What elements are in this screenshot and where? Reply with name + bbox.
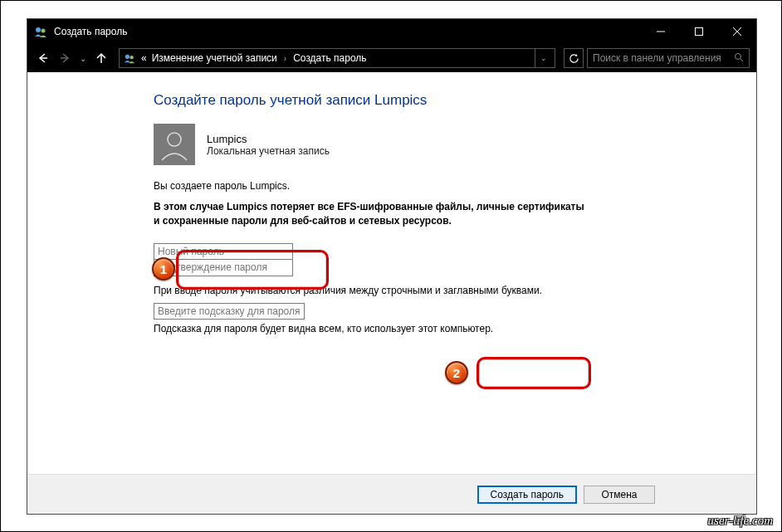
- watermark: user-life.com: [708, 514, 773, 528]
- breadcrumb-level1[interactable]: Изменение учетной записи: [152, 52, 277, 64]
- footer-bar: Создать пароль Отмена: [27, 474, 756, 514]
- search-placeholder: Поиск в панели управления: [593, 52, 734, 64]
- case-sensitivity-note: При вводе пароля учитываются различия ме…: [154, 285, 736, 296]
- avatar: [154, 124, 195, 165]
- user-accounts-icon: [123, 51, 136, 65]
- placeholder-text: Новый пароль: [158, 246, 224, 257]
- placeholder-text: Введите подсказку для пароля: [158, 305, 301, 317]
- close-button[interactable]: [718, 19, 756, 44]
- breadcrumb-overflow[interactable]: «: [141, 52, 147, 64]
- password-hint-input[interactable]: Введите подсказку для пароля: [154, 303, 305, 320]
- hint-visibility-note: Подсказка для пароля будет видна всем, к…: [154, 323, 736, 334]
- window-title: Создать пароль: [54, 26, 127, 37]
- svg-rect-13: [154, 124, 195, 165]
- search-icon: [734, 52, 744, 65]
- refresh-button[interactable]: [564, 48, 584, 68]
- description-line: Вы создаете пароль Lumpics.: [154, 180, 736, 192]
- user-block: Lumpics Локальная учетная запись: [154, 124, 736, 165]
- content-area: Создайте пароль учетной записи Lumpics L…: [27, 72, 756, 474]
- back-button[interactable]: [34, 49, 52, 67]
- warning-text: В этом случае Lumpics потеряет все EFS-ш…: [154, 200, 585, 228]
- button-label: Создать пароль: [491, 489, 564, 500]
- svg-rect-3: [696, 28, 703, 36]
- search-input[interactable]: Поиск в панели управления: [587, 48, 750, 68]
- button-label: Отмена: [601, 489, 637, 500]
- new-password-input[interactable]: Новый пароль: [154, 243, 293, 260]
- placeholder-text: Подтверждение пароля: [158, 261, 267, 273]
- create-password-button[interactable]: Создать пароль: [477, 486, 577, 504]
- titlebar: Создать пароль: [27, 19, 756, 44]
- control-panel-window: Создать пароль ⌄: [27, 18, 757, 515]
- svg-point-1: [42, 29, 46, 33]
- up-button[interactable]: [92, 49, 110, 67]
- password-input-group: Новый пароль Подтверждение пароля: [154, 243, 293, 276]
- svg-line-12: [740, 59, 743, 61]
- address-dropdown[interactable]: ⌄: [535, 48, 551, 68]
- user-name: Lumpics: [207, 133, 330, 145]
- forward-button[interactable]: [56, 49, 74, 67]
- recent-locations-dropdown[interactable]: ⌄: [77, 54, 89, 63]
- page-heading: Создайте пароль учетной записи Lumpics: [154, 92, 736, 109]
- svg-point-0: [36, 27, 41, 32]
- maximize-button[interactable]: [680, 19, 718, 44]
- chevron-right-icon: ›: [282, 54, 288, 63]
- user-type: Локальная учетная запись: [207, 145, 330, 157]
- svg-point-10: [130, 56, 133, 59]
- svg-point-9: [125, 55, 130, 59]
- navbar: ⌄ « Изменение учетной записи › Создать п…: [27, 44, 756, 72]
- minimize-button[interactable]: [642, 19, 680, 44]
- address-bar[interactable]: « Изменение учетной записи › Создать пар…: [119, 48, 555, 68]
- confirm-password-input[interactable]: Подтверждение пароля: [154, 260, 293, 276]
- cancel-button[interactable]: Отмена: [584, 486, 655, 504]
- svg-point-11: [736, 53, 741, 59]
- breadcrumb-level2[interactable]: Создать пароль: [293, 52, 366, 64]
- user-accounts-icon: [34, 25, 47, 38]
